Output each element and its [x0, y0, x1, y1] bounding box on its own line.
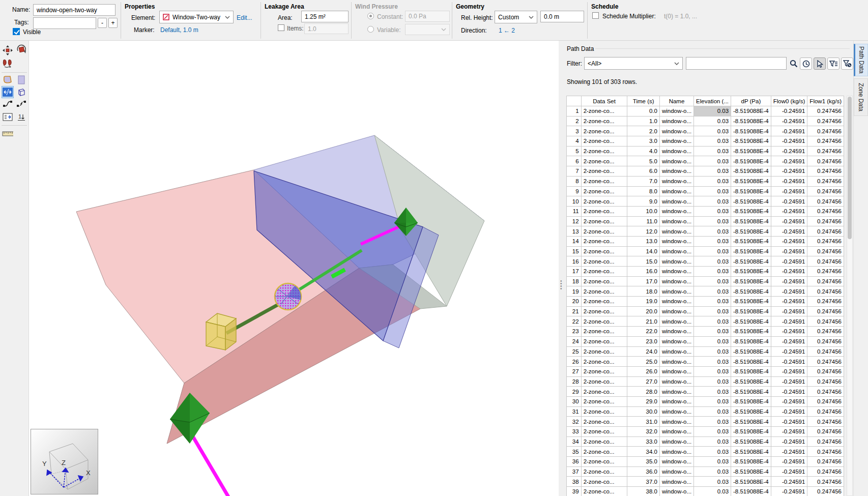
table-cell[interactable]: 29.0: [627, 396, 659, 406]
table-cell[interactable]: 0.247456: [807, 436, 844, 447]
table-cell[interactable]: 0.247456: [807, 126, 844, 136]
table-cell[interactable]: 17: [567, 267, 582, 277]
table-cell[interactable]: 0.03: [694, 417, 731, 427]
airflow-path-icon[interactable]: [2, 86, 13, 98]
table-cell[interactable]: 37.0: [627, 477, 659, 487]
table-cell[interactable]: -0.24591: [771, 236, 807, 246]
table-cell[interactable]: 6.0: [627, 166, 659, 177]
table-cell[interactable]: window-o...: [659, 427, 693, 437]
table-cell[interactable]: 2-zone-co...: [581, 447, 627, 457]
table-cell[interactable]: 0.03: [694, 346, 731, 357]
table-cell[interactable]: 0.247456: [807, 136, 844, 147]
table-cell[interactable]: window-o...: [659, 396, 693, 406]
table-cell[interactable]: 2-zone-co...: [581, 366, 627, 376]
table-cell[interactable]: 0.03: [694, 267, 731, 277]
table-cell[interactable]: -8.519088E-4: [731, 427, 771, 437]
table-cell[interactable]: window-o...: [659, 346, 693, 357]
height-input[interactable]: [540, 11, 584, 22]
box-3d-icon[interactable]: [16, 86, 27, 98]
table-cell[interactable]: 0.247456: [807, 457, 844, 467]
table-cell[interactable]: window-o...: [659, 297, 693, 307]
schedule-multiplier-checkbox[interactable]: [592, 12, 599, 19]
table-cell[interactable]: -8.519088E-4: [731, 316, 771, 327]
table-cell[interactable]: -0.24591: [771, 327, 807, 337]
table-cell[interactable]: window-o...: [659, 256, 693, 267]
table-cell[interactable]: window-o...: [659, 286, 693, 297]
table-cell[interactable]: window-o...: [659, 336, 693, 346]
table-cell[interactable]: window-o...: [659, 387, 693, 397]
table-cell[interactable]: 1.0: [627, 116, 659, 126]
table-cell[interactable]: 0.247456: [807, 366, 844, 376]
table-cell[interactable]: 0.03: [694, 176, 731, 186]
table-cell[interactable]: -8.519088E-4: [731, 206, 771, 216]
select-cursor-button[interactable]: [814, 57, 826, 70]
table-cell[interactable]: 31.0: [627, 417, 659, 427]
table-cell[interactable]: 16: [567, 256, 582, 267]
table-cell[interactable]: 7: [567, 166, 582, 177]
tab-path-data[interactable]: Path Data: [854, 44, 868, 76]
table-cell[interactable]: 0.03: [694, 387, 731, 397]
table-cell[interactable]: -8.519088E-4: [731, 487, 771, 496]
table-cell[interactable]: window-o...: [659, 436, 693, 447]
column-header[interactable]: Name: [659, 96, 693, 106]
table-cell[interactable]: window-o...: [659, 267, 693, 277]
table-cell[interactable]: -8.519088E-4: [731, 276, 771, 286]
items-checkbox[interactable]: [278, 24, 284, 31]
table-cell[interactable]: -8.519088E-4: [731, 226, 771, 237]
table-cell[interactable]: 16.0: [627, 267, 659, 277]
table-cell[interactable]: -0.24591: [771, 136, 807, 147]
filter-properties-button[interactable]: [827, 57, 840, 70]
name-input[interactable]: [33, 4, 115, 16]
history-button[interactable]: [800, 57, 812, 70]
table-cell[interactable]: -0.24591: [771, 387, 807, 397]
table-cell[interactable]: -8.519088E-4: [731, 417, 771, 427]
wall-icon[interactable]: [16, 74, 27, 85]
table-cell[interactable]: 35.0: [627, 457, 659, 467]
table-cell[interactable]: window-o...: [659, 316, 693, 327]
table-cell[interactable]: window-o...: [659, 106, 693, 116]
table-cell[interactable]: 32: [567, 417, 582, 427]
table-cell[interactable]: window-o...: [659, 246, 693, 256]
table-cell[interactable]: 2-zone-co...: [581, 196, 627, 207]
table-cell[interactable]: -8.519088E-4: [731, 376, 771, 387]
table-cell[interactable]: -8.519088E-4: [731, 346, 771, 357]
table-cell[interactable]: -0.24591: [771, 336, 807, 346]
element-select[interactable]: Window-Two-way: [159, 11, 234, 23]
table-cell[interactable]: 8: [567, 176, 582, 186]
table-cell[interactable]: 0.247456: [807, 466, 844, 477]
direction-value-link[interactable]: 1 ← 2: [499, 27, 515, 34]
table-cell[interactable]: -8.519088E-4: [731, 466, 771, 477]
table-cell[interactable]: 2-zone-co...: [581, 457, 627, 467]
table-cell[interactable]: 2-zone-co...: [581, 466, 627, 477]
table-cell[interactable]: 26: [567, 357, 582, 367]
table-cell[interactable]: 0.03: [694, 276, 731, 286]
table-cell[interactable]: 2-zone-co...: [581, 236, 627, 246]
column-header[interactable]: [567, 96, 582, 106]
table-cell[interactable]: 10: [567, 196, 582, 207]
table-cell[interactable]: 0.03: [694, 447, 731, 457]
table-cell[interactable]: 17.0: [627, 276, 659, 286]
table-cell[interactable]: 0.247456: [807, 357, 844, 367]
table-cell[interactable]: -0.24591: [771, 176, 807, 186]
table-cell[interactable]: 0.247456: [807, 116, 844, 126]
ruler-icon[interactable]: [2, 128, 13, 139]
table-cell[interactable]: 0.247456: [807, 286, 844, 297]
table-cell[interactable]: 0.247456: [807, 216, 844, 226]
table-cell[interactable]: 0.247456: [807, 376, 844, 387]
selected-path-sphere[interactable]: [275, 283, 301, 310]
table-cell[interactable]: 0.247456: [807, 396, 844, 406]
column-header[interactable]: Elevation (...: [694, 96, 731, 106]
table-cell[interactable]: 7.0: [627, 176, 659, 186]
table-cell[interactable]: 0.247456: [807, 297, 844, 307]
tag-add-button[interactable]: +: [108, 18, 118, 28]
table-cell[interactable]: 2-zone-co...: [581, 406, 627, 417]
table-cell[interactable]: 2-zone-co...: [581, 327, 627, 337]
table-cell[interactable]: -8.519088E-4: [731, 136, 771, 147]
table-cell[interactable]: -8.519088E-4: [731, 256, 771, 267]
sort-elevation-icon[interactable]: 1: [16, 111, 27, 123]
table-cell[interactable]: 0.03: [694, 306, 731, 316]
table-cell[interactable]: 0.0: [627, 106, 659, 116]
table-cell[interactable]: -0.24591: [771, 427, 807, 437]
table-cell[interactable]: -8.519088E-4: [731, 106, 771, 116]
table-cell[interactable]: 2-zone-co...: [581, 256, 627, 267]
